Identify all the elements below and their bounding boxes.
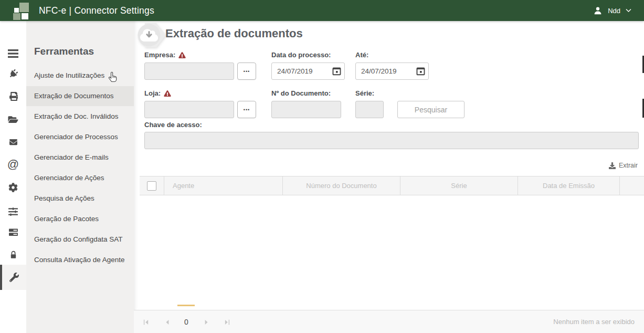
serie-input[interactable] [355,101,384,118]
sidebar-item-pesquisa-de-acoes[interactable]: Pesquisa de Ações [26,189,134,209]
logo-square [14,8,19,13]
select-all-checkbox[interactable] [147,181,156,191]
rail-button-adjustments[interactable] [0,65,26,82]
pager-accent-bar [177,305,195,306]
extract-button[interactable]: Extrair [609,162,638,169]
empresa-browse-button[interactable]: ••• [237,63,256,80]
loja-browse-button[interactable]: ••• [237,101,256,118]
cloud-download-icon [138,23,166,47]
arrow-right-icon [204,319,209,326]
app-title: NFC-e | Connector Settings [39,0,154,21]
column-header-agente[interactable]: Agente [164,176,282,195]
empresa-input[interactable] [144,63,234,80]
data-processo-label: Data do processo: [271,51,331,59]
page-title: Extração de documentos [165,27,303,40]
pager: 0 Nenhum item a ser exibido [134,310,644,333]
main-content: Extração de documentos Empresa: ••• Data… [134,21,644,333]
pager-page-number[interactable]: 0 [180,310,193,333]
extract-label: Extrair [619,162,638,169]
sidebar-item-consulta-ativacao-agente[interactable]: Consulta Ativação de Agente [26,250,134,270]
rail-button-mail[interactable] [0,133,26,151]
sidebar-item-geracao-de-pacotes[interactable]: Geração de Pacotes [26,209,134,229]
logo-square [22,13,28,19]
logo-square [13,13,20,20]
sidebar-item-gerenciador-de-emails[interactable]: Gerenciador de E-mails [26,148,134,168]
open-folder-icon [8,115,18,124]
sidebar: Ferramentas Ajuste de Inutilizações Extr… [26,21,134,333]
rail-button-menu[interactable] [0,45,26,63]
printer-icon [9,92,18,101]
app-logo [13,1,31,20]
hand-cursor-icon [107,70,118,82]
loja-label: Loja: [144,89,171,97]
pager-next-button[interactable] [199,310,213,333]
gear-icon [8,183,18,192]
at-sign-icon: @ [7,159,19,170]
column-header-spacer [619,176,644,195]
warning-icon [178,52,186,58]
plug-icon [7,67,19,80]
column-header-data-emissao[interactable]: Data de Emissão [518,176,619,195]
topbar: NFC-e | Connector Settings Ndd [0,0,644,21]
envelope-icon [8,138,18,146]
user-menu[interactable]: Ndd [593,0,631,21]
rail-button-parameters[interactable] [0,203,26,221]
chevron-down-icon [626,8,631,13]
menu-icon [8,49,18,58]
serie-label: Série: [355,89,374,97]
pager-last-button[interactable] [220,310,234,333]
logo-square [19,3,29,12]
rail-button-tools[interactable] [0,265,26,290]
sliders-icon [8,207,18,216]
sidebar-item-gerenciador-de-acoes[interactable]: Gerenciador de Ações [26,168,134,188]
column-header-numero-documento[interactable]: Número do Documento [282,176,400,195]
chave-acesso-label: Chave de acesso: [144,121,202,129]
pager-prev-button[interactable] [160,310,174,333]
select-all-cell [140,176,164,195]
services-icon [8,228,18,237]
seek-first-icon [143,319,150,326]
sidebar-item-extracao-de-documentos[interactable]: Extração de Documentos [26,86,134,106]
rail-button-folder[interactable] [0,110,26,128]
column-header-serie[interactable]: Série [400,176,518,195]
wrench-icon [9,273,19,282]
pager-first-button[interactable] [139,310,153,333]
seek-last-icon [224,319,230,326]
calendar-icon[interactable] [416,67,425,76]
loja-input[interactable] [144,101,234,118]
num-documento-label: Nº do Documento: [271,89,331,97]
grid-header: Agente Número do Documento Série Data de… [140,176,644,195]
sidebar-heading: Ferramentas [34,46,94,57]
arrow-left-icon [164,319,170,326]
ate-label: Até: [355,51,368,59]
rail-button-print[interactable] [0,87,26,105]
sidebar-item-geracao-configdata-sat[interactable]: Geração do Configdata SAT [26,230,134,249]
user-icon [593,6,603,15]
pager-status: Nenhum item a ser exibido [553,310,635,333]
rail-button-services[interactable] [0,223,26,241]
rail-button-email-manager[interactable]: @ [0,155,26,173]
icon-rail: @ [0,21,26,333]
chave-acesso-input[interactable] [144,132,639,149]
sidebar-item-extracao-de-doc-invalidos[interactable]: Extração de Doc. Inválidos [26,107,134,127]
download-icon [609,162,616,169]
app-root: NFC-e | Connector Settings Ndd @ [0,0,644,333]
search-button[interactable]: Pesquisar [397,101,464,118]
calendar-icon[interactable] [332,67,341,76]
empresa-label: Empresa: [144,51,186,59]
sidebar-item-gerenciador-de-processos[interactable]: Gerenciador de Processos [26,127,134,147]
rail-button-settings[interactable] [0,179,26,196]
num-documento-input[interactable] [271,101,341,118]
warning-icon [164,90,171,97]
user-name: Ndd [608,7,620,15]
lock-icon [9,251,17,259]
rail-button-security[interactable] [0,246,26,264]
